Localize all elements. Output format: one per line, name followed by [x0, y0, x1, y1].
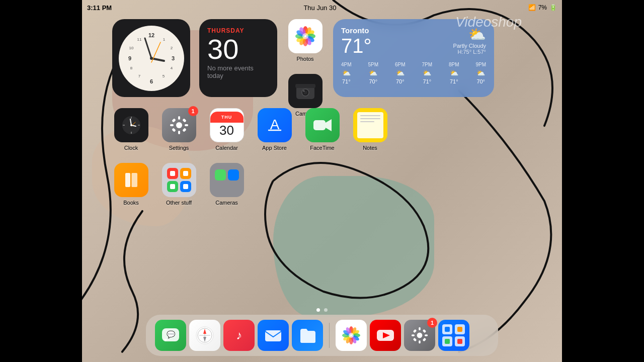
otherstuff-app-label: Other stuff [166, 200, 192, 206]
svg-rect-50 [170, 124, 174, 126]
facetime-app-label: FaceTime [310, 145, 335, 151]
svg-rect-73 [265, 330, 281, 341]
status-icons: 📶 7% 🔋 [528, 4, 557, 11]
page-dot-2[interactable] [324, 308, 328, 312]
svg-rect-60 [125, 173, 130, 187]
otherstuff-app-icon[interactable] [162, 163, 196, 197]
photos-camera-group: Photos Camera [286, 19, 324, 117]
facetime-app-icon[interactable] [305, 108, 340, 142]
svg-rect-54 [172, 128, 176, 132]
books-app-label: Books [123, 200, 139, 206]
dock: 💬 ♪ [146, 315, 498, 356]
svg-point-36 [303, 90, 304, 92]
svg-rect-49 [178, 131, 180, 134]
svg-text:7: 7 [138, 74, 140, 78]
cameras-app-icon[interactable] [210, 163, 244, 197]
photos-app-wrap[interactable]: Photos [286, 19, 324, 62]
svg-rect-98 [413, 338, 417, 342]
svg-point-46 [130, 124, 132, 126]
weather-condition: Partly Cloudy [453, 43, 486, 49]
right-bar [562, 0, 644, 362]
calendar-date: 30 [207, 35, 269, 63]
cameras-app-wrap[interactable]: Cameras [208, 163, 246, 206]
weather-hour-6pm: 6PM ⛅ 70° [395, 62, 406, 84]
svg-rect-99 [423, 338, 427, 342]
svg-text:5: 5 [162, 74, 165, 78]
settings-badge: 1 [188, 106, 198, 116]
svg-rect-93 [419, 340, 421, 343]
svg-point-47 [176, 122, 182, 128]
clock-svg: 12 3 6 9 1 2 4 5 7 8 10 11 [121, 28, 182, 88]
dock-messages[interactable]: 💬 [155, 320, 186, 351]
cameras-app-label: Cameras [215, 200, 238, 206]
svg-rect-58 [313, 120, 326, 130]
appstore-app-icon[interactable]: A [258, 108, 292, 142]
photos-app-icon[interactable] [288, 19, 323, 53]
dock-files[interactable] [292, 320, 323, 351]
svg-rect-51 [185, 124, 188, 126]
svg-text:2: 2 [170, 46, 173, 50]
wifi-icon: 📶 [528, 4, 536, 11]
svg-point-91 [417, 333, 423, 338]
svg-point-30 [302, 33, 308, 39]
weather-hour-4pm: 4PM ⛅ 71° [341, 62, 352, 84]
dock-mail[interactable] [258, 320, 289, 351]
notes-app-wrap[interactable]: Notes [351, 108, 389, 151]
dock-music[interactable]: ♪ [223, 320, 255, 351]
dock-photos[interactable] [336, 320, 367, 351]
calendar-app-wrap[interactable]: THU 30 Calendar [208, 108, 246, 151]
dock-safari[interactable] [189, 320, 220, 351]
otherstuff-app-wrap[interactable]: Other stuff [160, 163, 198, 206]
calendar-app-icon[interactable]: THU 30 [210, 108, 244, 142]
widgets-row: 12 3 6 9 1 2 4 5 7 8 10 11 [82, 19, 562, 117]
battery-text: 7% [538, 4, 547, 11]
svg-rect-53 [182, 118, 186, 122]
svg-point-88 [349, 333, 354, 338]
clock-widget[interactable]: 12 3 6 9 1 2 4 5 7 8 10 11 [112, 19, 190, 97]
app-row-1: Clock 1 [112, 108, 532, 151]
svg-text:9: 9 [128, 55, 131, 61]
battery-icon: 🔋 [549, 4, 557, 11]
weather-temp: 71° [341, 35, 372, 57]
facetime-app-wrap[interactable]: FaceTime [303, 108, 341, 151]
dock-simulator[interactable] [438, 320, 469, 351]
svg-rect-48 [178, 116, 180, 120]
calendar-widget[interactable]: THURSDAY 30 No more events today [199, 19, 277, 97]
weather-high-low: H:75° L:57° [453, 49, 486, 55]
svg-text:12: 12 [148, 32, 154, 38]
dock-separator [329, 323, 330, 348]
svg-rect-32 [295, 84, 315, 88]
books-app-icon[interactable] [114, 163, 148, 197]
svg-text:💬: 💬 [167, 330, 176, 339]
dock-system-prefs[interactable]: 1 [404, 320, 435, 351]
app-grid: Clock 1 [82, 108, 562, 206]
svg-rect-96 [413, 329, 417, 333]
clock-app-wrap[interactable]: Clock [112, 108, 150, 151]
svg-text:1: 1 [163, 37, 165, 42]
svg-text:3: 3 [171, 55, 174, 61]
status-time: 3:11 PM [87, 4, 112, 12]
photos-label: Photos [296, 56, 313, 62]
settings-app-icon[interactable]: 1 [162, 108, 196, 142]
dock-youtube[interactable] [370, 320, 401, 351]
svg-rect-74 [300, 333, 315, 343]
camera-app-icon[interactable] [288, 74, 323, 108]
books-app-wrap[interactable]: Books [112, 163, 150, 206]
svg-rect-55 [182, 128, 186, 132]
appstore-app-wrap[interactable]: A App Store [256, 108, 293, 151]
weather-hourly: 4PM ⛅ 71° 5PM ⛅ 70° 6PM ⛅ 70° 7PM ⛅ [341, 62, 486, 84]
svg-text:4: 4 [170, 66, 173, 70]
clock-app-icon[interactable] [114, 108, 148, 142]
weather-hour-9pm: 9PM ⛅ 70° [475, 62, 486, 84]
svg-text:♪: ♪ [236, 328, 242, 342]
svg-marker-59 [326, 119, 332, 131]
svg-rect-52 [172, 118, 176, 122]
page-dot-1[interactable] [316, 308, 320, 312]
left-bar [0, 0, 82, 362]
settings-app-wrap[interactable]: 1 [160, 108, 198, 151]
svg-rect-92 [419, 327, 421, 330]
svg-rect-61 [131, 173, 137, 187]
weather-widget[interactable]: Toronto 71° ⛅ Partly Cloudy H:75° L:57° … [333, 19, 494, 97]
notes-app-icon[interactable] [353, 108, 387, 142]
weather-city: Toronto [341, 26, 372, 35]
